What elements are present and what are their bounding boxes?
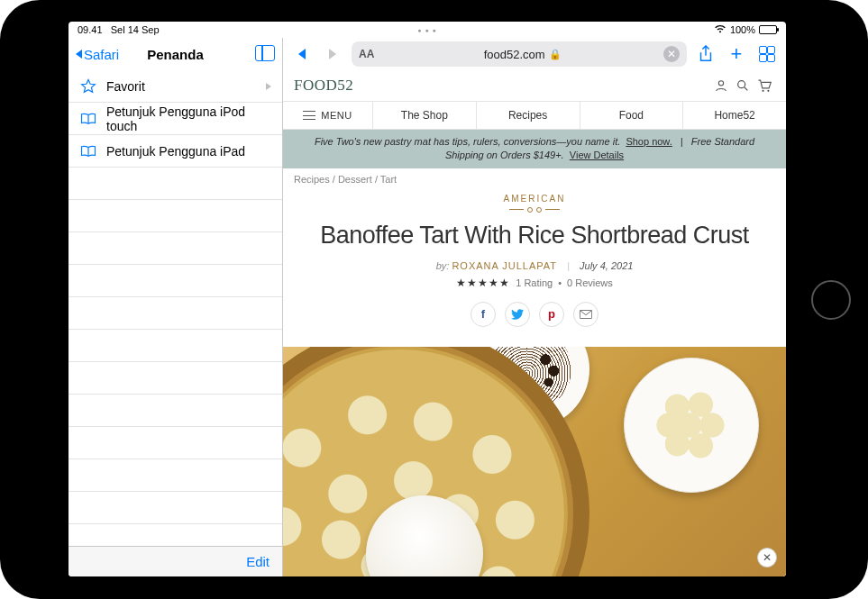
search-icon[interactable] [732,78,754,93]
new-tab-button[interactable]: + [725,44,748,64]
ipad-frame: 09.41 Sel 14 Sep ● ● ● 100% Safari [0,0,868,599]
bookmarks-list[interactable]: Favorit Petunjuk Pengguna iPod touch [69,70,282,546]
recipe-category[interactable]: AMERICAN [301,194,768,204]
address-bar[interactable]: AA food52.com 🔒 ✕ [352,41,687,67]
hamburger-icon [303,111,315,120]
email-share-button[interactable] [573,302,598,327]
banana-plate-graphic [624,358,759,493]
nav-forward-button [321,49,344,59]
back-to-safari-button[interactable]: Safari [76,47,119,62]
list-item [69,459,282,492]
cart-icon[interactable] [754,78,775,93]
home-button[interactable] [811,280,851,320]
svg-point-3 [767,90,769,92]
status-time: 09.41 [78,24,103,35]
nav-recipes[interactable]: Recipes [477,102,580,129]
svg-point-0 [718,81,723,86]
byline: by: ROXANA JULLAPAT | July 4, 2021 [301,260,768,271]
breadcrumb: Recipes / Dessert / Tart [283,168,786,190]
list-item [69,492,282,524]
chevron-right-icon [329,49,336,59]
book-icon [79,110,97,128]
nav-home52[interactable]: Home52 [683,102,786,129]
chevron-left-icon [298,49,306,59]
list-item [69,524,282,546]
bookmarks-sidebar: Safari Penanda Favorit [69,38,283,576]
sidebar-item-label: Petunjuk Pengguna iPod touch [106,104,271,133]
lock-icon: 🔒 [549,49,562,60]
list-item [69,168,282,200]
status-date: Sel 14 Sep [111,24,160,35]
rating-count: 1 Rating [516,277,553,288]
pinterest-share-button[interactable]: p [539,302,564,327]
chevron-left-icon [76,50,82,59]
list-item [69,200,282,232]
promo-text: Five Two's new pastry mat has tips, rule… [315,136,620,147]
wifi-icon [714,24,726,35]
share-row: f p [301,295,768,338]
sidebar-item-ipad-guide[interactable]: Petunjuk Pengguna iPad [69,135,282,168]
nav-back-button[interactable] [290,49,314,59]
author-link[interactable]: ROXANA JULLAPAT [452,260,557,271]
crumb-recipes[interactable]: Recipes [294,174,330,185]
chevron-right-icon [266,83,271,90]
publish-date: July 4, 2021 [580,260,633,271]
sidebar-item-favorites[interactable]: Favorit [69,70,282,103]
ratings-row[interactable]: ★★★★★ 1 Rating • 0 Reviews [301,271,768,295]
site-logo[interactable]: FOOD52 [294,77,353,95]
webview: AA food52.com 🔒 ✕ + [283,38,786,576]
tabs-icon [759,46,775,62]
facebook-share-button[interactable]: f [471,302,496,327]
list-item [69,265,282,297]
sidebar-item-ipod-guide[interactable]: Petunjuk Pengguna iPod touch [69,103,282,135]
list-item [69,395,282,427]
battery-pct: 100% [730,24,755,35]
star-icons: ★★★★★ [456,277,510,289]
promo-shop-link[interactable]: Shop now. [626,136,672,147]
browser-toolbar: AA food52.com 🔒 ✕ + [283,38,786,70]
svg-point-1 [738,81,745,88]
status-bar: 09.41 Sel 14 Sep ● ● ● 100% [69,22,786,38]
crumb-tart[interactable]: Tart [380,174,397,185]
twitter-share-button[interactable] [505,302,530,327]
crumb-dessert[interactable]: Dessert [338,174,372,185]
account-icon[interactable] [710,78,732,93]
site-header: FOOD52 [283,70,786,101]
reader-aa-button[interactable]: AA [359,48,381,60]
recipe-title: Banoffee Tart With Rice Shortbread Crust [301,222,768,250]
review-count: 0 Reviews [567,277,613,288]
list-item [69,232,282,265]
list-item [69,297,282,330]
hero-image: ✕ [283,347,786,576]
tabs-button[interactable] [755,46,779,62]
sidebar-toggle-icon[interactable] [255,45,275,61]
sidebar-header: Safari Penanda [69,38,282,70]
star-icon [79,77,97,95]
share-button[interactable] [694,45,717,63]
multitask-indicator[interactable]: ● ● ● [417,27,437,33]
category-divider [301,207,768,213]
close-overlay-button[interactable]: ✕ [757,548,777,567]
sidebar-item-label: Favorit [106,79,145,94]
clear-url-button[interactable]: ✕ [663,46,680,62]
list-item [69,427,282,459]
svg-point-2 [762,90,763,92]
promo-banner: Five Two's new pastry mat has tips, rule… [283,130,786,168]
list-item [69,362,282,395]
promo-details-link[interactable]: View Details [570,150,624,160]
back-label: Safari [84,47,119,62]
sidebar-footer: Edit [69,546,282,576]
nav-the-shop[interactable]: The Shop [373,102,477,129]
site-nav: MENU The Shop Recipes Food Home52 [283,101,786,130]
url-text: food52.com 🔒 [381,48,663,61]
battery-icon [759,25,777,34]
sidebar-item-label: Petunjuk Pengguna iPad [106,144,245,159]
article-header: AMERICAN Banoffee Tart With Rice Shortbr… [283,190,786,347]
nav-food[interactable]: Food [580,102,684,129]
screen: 09.41 Sel 14 Sep ● ● ● 100% Safari [69,22,786,576]
edit-button[interactable]: Edit [246,554,270,569]
menu-button[interactable]: MENU [283,102,373,129]
page-content[interactable]: FOOD52 [283,70,786,576]
list-item [69,330,282,362]
book-icon [79,142,97,160]
